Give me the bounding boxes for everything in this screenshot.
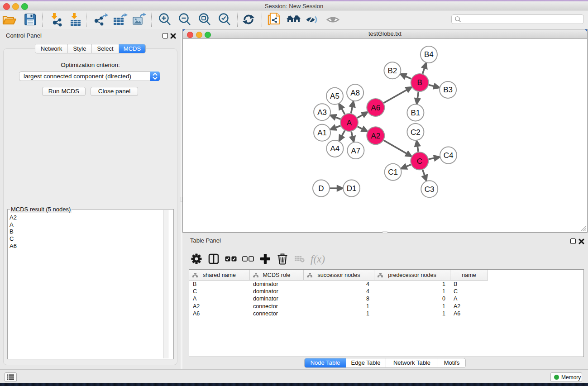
svg-text:C3: C3	[425, 185, 435, 194]
svg-text:B: B	[417, 78, 422, 87]
svg-text:A4: A4	[330, 144, 340, 153]
svg-text:A7: A7	[351, 147, 361, 155]
svg-text:A8: A8	[350, 89, 360, 97]
svg-text:D: D	[318, 184, 324, 193]
svg-text:A: A	[347, 119, 352, 127]
svg-text:C1: C1	[388, 168, 398, 176]
svg-text:D1: D1	[347, 184, 357, 193]
svg-text:A2: A2	[371, 132, 380, 140]
svg-text:A3: A3	[317, 108, 327, 117]
svg-text:B1: B1	[411, 109, 421, 117]
svg-text:B3: B3	[443, 86, 453, 94]
svg-text:C4: C4	[444, 151, 454, 160]
svg-text:A6: A6	[371, 104, 380, 112]
svg-text:C2: C2	[411, 128, 421, 137]
svg-text:B2: B2	[388, 67, 397, 75]
svg-text:B4: B4	[424, 50, 434, 59]
svg-text:f(x): f(x)	[311, 253, 325, 265]
svg-text:C: C	[417, 157, 422, 166]
svg-text:A1: A1	[317, 129, 327, 137]
svg-text:A5: A5	[330, 92, 339, 100]
